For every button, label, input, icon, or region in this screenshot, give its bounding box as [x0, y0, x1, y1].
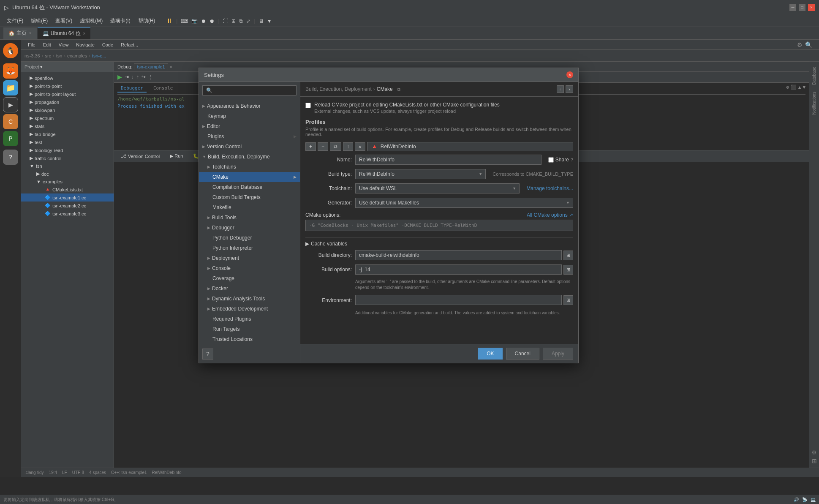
tab-home-close[interactable]: × — [29, 31, 32, 35]
s-item-vcs[interactable]: ▶ Version Control — [199, 142, 300, 152]
profile-add-button[interactable]: + — [305, 142, 316, 151]
clion-search-icon[interactable]: 🔍 — [805, 41, 812, 48]
snapshot-icon[interactable]: 📷 — [191, 18, 198, 24]
debugger-run-cursor-icon[interactable]: ↪ — [141, 74, 146, 80]
s-item-build[interactable]: ▼ Build, Execution, Deployme — [199, 152, 300, 162]
clion-icon[interactable]: C — [3, 114, 18, 129]
expand-icon-right[interactable]: ⊞ — [812, 458, 817, 464]
s-item-required-plugins[interactable]: Required Plugins — [199, 314, 300, 324]
s-item-run-targets[interactable]: Run Targets — [199, 324, 300, 334]
tree-item-tap[interactable]: ▶ tap-bridge — [21, 130, 114, 138]
tree-item-p2p[interactable]: ▶ point-to-point — [21, 82, 114, 90]
more-icon[interactable]: ▼ — [267, 18, 272, 24]
send-input-icon[interactable]: ⌨ — [181, 18, 188, 24]
apply-button[interactable]: Apply — [543, 348, 573, 360]
s-item-docker[interactable]: ▶ Docker — [199, 283, 300, 294]
profile-copy-button[interactable]: ⧉ — [330, 142, 341, 151]
full-screen-icon[interactable]: ⛶ — [223, 18, 228, 24]
s-item-appearance[interactable]: ▶ Appearance & Behavior — [199, 101, 300, 111]
debugger-more-icon[interactable]: ⋮ — [148, 74, 153, 80]
clion-settings-icon[interactable]: ⚙ — [797, 41, 803, 48]
cmake-options-link[interactable]: All CMake options ↗ — [527, 212, 573, 218]
env-browse[interactable]: ⊞ — [563, 295, 573, 305]
env-input[interactable] — [355, 295, 562, 305]
name-input[interactable] — [355, 155, 541, 165]
s-item-custom-build[interactable]: Custom Build Targets — [199, 192, 300, 202]
terminal-filter-icon[interactable]: ⬛ — [791, 84, 797, 93]
terminal-scroll-up[interactable]: ▲ — [798, 84, 801, 93]
s-item-dynamic-analysis[interactable]: ▶ Dynamic Analysis Tools — [199, 294, 300, 304]
stretch-icon[interactable]: ⤢ — [246, 18, 250, 24]
build-dir-input[interactable] — [355, 250, 562, 260]
tree-item-topology[interactable]: ▶ topology-read — [21, 146, 114, 154]
tree-item-p2pl[interactable]: ▶ point-to-point-layout — [21, 90, 114, 98]
s-item-embedded[interactable]: ▶ Embedded Development — [199, 304, 300, 314]
menu-vm[interactable]: 虚拟机(M) — [76, 16, 106, 26]
menu-view[interactable]: 查看(V) — [52, 16, 76, 26]
profile-up-button[interactable]: ↑ — [343, 142, 353, 151]
help-button[interactable]: ? — [202, 349, 213, 360]
s-item-editor[interactable]: ▶ Editor — [199, 121, 300, 131]
tree-item-tsn[interactable]: ▼ tsn — [21, 162, 114, 170]
nav-forward[interactable]: › — [566, 85, 573, 93]
s-item-deployment[interactable]: ▶ Deployment — [199, 253, 300, 263]
menu-tab[interactable]: 选项卡(I) — [107, 16, 133, 26]
s-item-toolchains[interactable]: ▶ Toolchains — [199, 162, 300, 172]
files-icon[interactable]: 📁 — [3, 80, 18, 95]
record-icon[interactable]: ⏺ — [201, 18, 206, 24]
s-item-compilation-db[interactable]: Compilation Database — [199, 182, 300, 192]
maximize-button[interactable]: □ — [799, 4, 805, 11]
settings-search-input[interactable] — [202, 85, 297, 95]
terminal-scroll-down[interactable]: ▼ — [803, 84, 805, 93]
ok-button[interactable]: OK — [478, 348, 502, 360]
s-item-keymap[interactable]: Keymap — [199, 111, 300, 121]
close-button[interactable]: × — [808, 4, 815, 11]
terminal-icon[interactable]: ▶ — [3, 97, 18, 112]
tree-item-spectrum[interactable]: ▶ spectrum — [21, 114, 114, 122]
win-icon[interactable]: ⊞ — [231, 18, 236, 24]
clion-file[interactable]: File — [24, 41, 39, 49]
settings-icon-right[interactable]: ⚙ — [811, 449, 817, 456]
nav-back[interactable]: ‹ — [557, 85, 564, 93]
debugger-step-over-icon[interactable]: ⇥ — [125, 74, 129, 80]
s-item-plugins[interactable]: Plugins ▶ — [199, 131, 300, 142]
debugger-step-out-icon[interactable]: ↑ — [136, 74, 139, 80]
profile-remove-button[interactable]: − — [318, 142, 328, 151]
build-type-select[interactable]: RelWithDebInfo Debug Release — [355, 169, 486, 179]
clion-code[interactable]: Code — [99, 41, 117, 49]
menu-help[interactable]: 帮助(H) — [135, 16, 159, 26]
s-item-debugger[interactable]: ▶ Debugger — [199, 223, 300, 233]
resize-icon[interactable]: ⧉ — [239, 18, 243, 24]
dialog-close-button[interactable]: × — [566, 71, 573, 78]
s-item-build-tools[interactable]: ▶ Build Tools — [199, 212, 300, 223]
tree-item-openflow[interactable]: ▶ openflow — [21, 74, 114, 82]
tree-item-test[interactable]: ▶ test — [21, 138, 114, 146]
tree-item-examples[interactable]: ▼ examples — [21, 178, 114, 185]
minimize-button[interactable]: ─ — [789, 4, 796, 11]
pause-icon[interactable]: ⏸ — [166, 17, 173, 25]
tree-item-tsn-example3[interactable]: 🔷 tsn-example3.cc — [21, 210, 114, 218]
pycharm-icon[interactable]: P — [3, 131, 18, 146]
run-button[interactable]: ▶ Run — [166, 153, 186, 160]
tree-item-tsn-example2[interactable]: 🔷 tsn-example2.cc — [21, 202, 114, 210]
s-item-python-interpreter[interactable]: Python Interpreter — [199, 243, 300, 253]
menu-file[interactable]: 文件(F) — [3, 16, 27, 26]
menu-edit[interactable]: 编辑(E) — [27, 16, 51, 26]
tree-item-tsn-example1[interactable]: 🔷 tsn-example1.cc — [21, 193, 114, 202]
toolchain-select[interactable]: Use default WSL — [355, 183, 520, 193]
profile-more-button[interactable]: » — [355, 142, 365, 151]
build-opts-expand[interactable]: ⊞ — [563, 265, 573, 275]
debug-target[interactable]: tsn-example1 — [134, 63, 168, 70]
record2-icon[interactable]: ⏺ — [210, 18, 215, 24]
share-checkbox[interactable] — [548, 157, 554, 163]
tree-item-propagation[interactable]: ▶ propagation — [21, 98, 114, 106]
tab-console[interactable]: Console — [150, 84, 176, 93]
debugger-start-icon[interactable]: ▶ — [117, 74, 122, 80]
s-item-cmake[interactable]: CMake ▶ — [199, 172, 300, 182]
cmake-options-input[interactable] — [305, 220, 573, 231]
debugger-step-into-icon[interactable]: ↓ — [131, 74, 134, 80]
manage-toolchains-link[interactable]: Manage toolchains... — [526, 185, 573, 191]
share-help-icon[interactable]: ? — [571, 157, 573, 162]
database-tab[interactable]: Database — [812, 63, 816, 88]
s-item-python-debugger[interactable]: Python Debugger — [199, 233, 300, 243]
